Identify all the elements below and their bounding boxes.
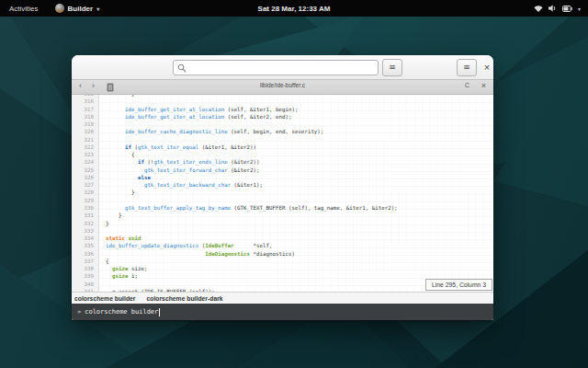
code-line[interactable]: IdeDiagnostics *diagnostics) — [106, 250, 493, 258]
search-input[interactable] — [187, 63, 374, 72]
suggestion-item[interactable]: colorscheme builder — [74, 295, 135, 302]
code-line[interactable] — [106, 227, 493, 235]
search-icon — [177, 63, 187, 73]
line-number[interactable]: 317 — [72, 106, 94, 113]
line-number[interactable]: 318 — [72, 113, 94, 121]
line-number[interactable]: 327 — [72, 181, 94, 189]
code-line[interactable]: ide_buffer_update_diagnostics (IdeBuffer… — [106, 242, 493, 249]
command-bar[interactable]: » colorscheme builder — [72, 304, 493, 320]
code-line[interactable] — [106, 98, 493, 105]
line-number[interactable]: 338 — [72, 265, 94, 272]
line-number[interactable]: 328 — [72, 189, 94, 196]
search-box[interactable] — [173, 60, 379, 75]
code-line[interactable]: } — [106, 189, 493, 196]
builder-window: ≡ ≡ × ‹ › libide/ide-buffer.c C × 315316… — [72, 55, 493, 320]
code-line[interactable]: } — [106, 220, 493, 227]
line-number[interactable]: 331 — [72, 212, 94, 219]
line-number[interactable]: 320 — [72, 128, 94, 135]
code-line[interactable]: static void — [106, 235, 493, 242]
code-line[interactable]: { — [106, 151, 493, 158]
line-number[interactable]: 319 — [72, 121, 94, 128]
line-number[interactable]: 332 — [72, 220, 94, 227]
line-number[interactable]: 337 — [72, 258, 94, 265]
code-line[interactable]: gsize size; — [106, 265, 493, 272]
document-title: libide/ide-buffer.c — [72, 82, 493, 88]
volume-icon — [548, 5, 557, 12]
line-number[interactable]: 325 — [72, 167, 94, 174]
line-number[interactable]: 336 — [72, 250, 94, 258]
line-number[interactable]: 329 — [72, 197, 94, 204]
line-number[interactable]: 323 — [72, 151, 94, 158]
code-line[interactable] — [106, 121, 493, 128]
command-input-text: colorscheme builder — [85, 308, 158, 316]
line-number[interactable]: 339 — [72, 272, 94, 280]
text-cursor — [159, 308, 160, 316]
line-number[interactable]: 326 — [72, 174, 94, 181]
clock[interactable]: Sat 28 Mar, 12:33 AM — [0, 5, 588, 13]
code-line[interactable]: if (gtk_text_iter_equal (&iter1, &iter2)… — [106, 144, 493, 151]
code-line[interactable]: else — [106, 174, 493, 181]
system-status-area[interactable]: ▾ — [534, 5, 588, 12]
suggestion-item[interactable]: colorscheme builder-dark — [146, 295, 222, 302]
command-prompt: » — [77, 308, 81, 316]
top-bar: Activities Builder ▾ Sat 28 Mar, 12:33 A… — [0, 0, 588, 17]
line-number[interactable]: 341 — [72, 288, 94, 292]
line-number[interactable]: 334 — [72, 235, 94, 242]
code-line[interactable] — [106, 197, 493, 204]
code-line[interactable]: ide_buffer_get_iter_at_location (self, &… — [106, 106, 493, 113]
line-number[interactable]: 324 — [72, 158, 94, 166]
line-number-gutter[interactable]: 3153163173183193203213223233243253263273… — [72, 95, 99, 292]
command-suggestions: colorscheme builder colorscheme builder-… — [72, 292, 493, 304]
code-line[interactable]: ide_buffer_get_iter_at_location (self, &… — [106, 113, 493, 121]
document-close-button[interactable]: × — [481, 81, 486, 90]
document-bar: ‹ › libide/ide-buffer.c C × — [72, 80, 493, 95]
cursor-position-indicator: Line 295, Column 3 — [425, 279, 492, 291]
network-icon — [534, 5, 543, 12]
chevron-down-icon: ▾ — [578, 6, 581, 12]
code-line[interactable]: if (!gtk_text_iter_ends_line (&iter2)) — [106, 158, 493, 166]
code-lines[interactable]: } ide_buffer_get_iter_at_location (self,… — [106, 95, 493, 292]
code-line[interactable]: gtk_text_iter_forward_char (&iter2); — [106, 167, 493, 174]
code-line[interactable]: gtk_text_iter_backward_char (&iter1); — [106, 181, 493, 189]
code-line[interactable]: } — [106, 212, 493, 219]
line-number[interactable]: 335 — [72, 242, 94, 249]
header-bar: ≡ ≡ × — [72, 55, 493, 80]
line-number[interactable]: 333 — [72, 227, 94, 235]
line-number[interactable]: 330 — [72, 204, 94, 212]
line-number[interactable]: 322 — [72, 144, 94, 151]
line-number[interactable]: 316 — [72, 98, 94, 105]
code-line[interactable]: gtk_text_buffer_apply_tag_by_name (GTK_T… — [106, 204, 493, 212]
language-indicator[interactable]: C — [465, 82, 469, 88]
code-line[interactable] — [106, 136, 493, 144]
window-close-button[interactable]: × — [480, 59, 493, 76]
search-options-button[interactable]: ≡ — [382, 59, 402, 76]
code-line[interactable]: { — [106, 258, 493, 265]
battery-icon — [562, 6, 572, 12]
source-editor[interactable]: 3153163173183193203213223233243253263273… — [72, 95, 493, 292]
code-line[interactable]: ide_buffer_cache_diagnostic_line (self, … — [106, 128, 493, 135]
gear-menu-button[interactable]: ≡ — [457, 59, 477, 76]
line-number[interactable]: 321 — [72, 136, 94, 144]
line-number[interactable]: 340 — [72, 281, 94, 288]
